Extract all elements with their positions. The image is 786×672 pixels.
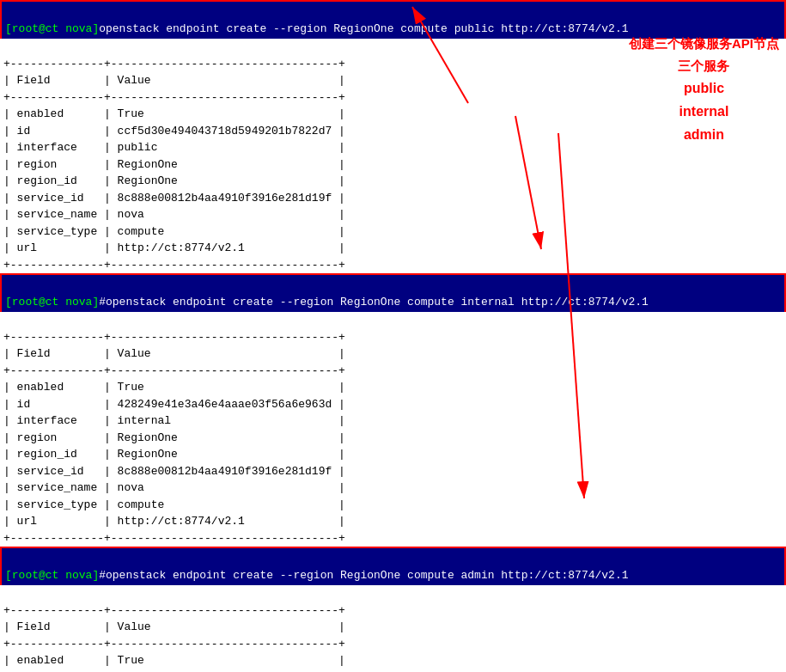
table-1-sep-top: +--------------+------------------------… [3,58,345,70]
cmd-3: #openstack endpoint create --region Regi… [99,569,628,582]
table-1-sep-bot: +--------------+------------------------… [3,259,345,272]
table-2-row-6: | service_id | 8c888e00812b4aa4910f3916e… [3,465,345,478]
table-1-row-3: | interface | public | [3,141,345,154]
table-1-row-7: | service_name | nova | [3,208,345,221]
table-2-row-2: | id | 428249e41e3a46e4aaae03f56a6e963d … [3,398,345,411]
annotation-box: 创建三个镜像服务API节点 三个服务 public internal admin [629,33,779,147]
annotation-title: 创建三个镜像服务API节点 [629,33,779,55]
command-line-3: [root@ct nova]#openstack endpoint create… [0,547,786,585]
annotation-public: public [629,76,779,100]
prompt-2: [root@ct nova] [5,296,99,309]
table-3-sep-mid: +--------------+------------------------… [3,638,345,651]
table-2-row-3: | interface | internal | [3,414,345,427]
terminal-window: [root@ct nova]openstack endpoint create … [0,0,786,672]
annotation-internal: internal [629,100,779,123]
table-1-row-5: | region_id | RegionOne | [3,174,345,187]
table-1-row-6: | service_id | 8c888e00812b4aa4910f3916e… [3,192,345,205]
table-2-row-9: | url | http://ct:8774/v2.1 | [3,515,345,528]
annotation-admin: admin [629,123,779,146]
prompt-1: [root@ct nova] [5,22,99,35]
table-2-row-5: | region_id | RegionOne | [3,448,345,461]
table-1-row-1: | enabled | True | [3,107,345,120]
cmd-2: #openstack endpoint create --region Regi… [99,296,649,309]
table-1-row-2: | id | ccf5d30e494043718d5949201b7822d7 … [3,125,345,137]
table-2-header: | Field | Value | [3,347,345,360]
table-1-row-9: | url | http://ct:8774/v2.1 | [3,241,345,254]
table-2-row-4: | region | RegionOne | [3,431,345,444]
table-1-row-8: | service_type | compute | [3,225,345,238]
table-3-row-1: | enabled | True | [3,654,345,667]
table-2-sep-mid: +--------------+------------------------… [3,364,345,377]
annotation-subtitle: 三个服务 [629,55,779,77]
table-1-sep-mid: +--------------+------------------------… [3,91,345,104]
cmd-1: openstack endpoint create --region Regio… [99,22,628,35]
prompt-3: [root@ct nova] [5,569,99,582]
table-3: +--------------+------------------------… [0,585,786,672]
command-line-2: [root@ct nova]#openstack endpoint create… [0,273,786,312]
table-2-row-1: | enabled | True | [3,381,345,394]
table-2-row-8: | service_type | compute | [3,498,345,511]
table-2-sep-top: +--------------+------------------------… [3,331,345,344]
table-2-sep-bot: +--------------+------------------------… [3,532,345,545]
table-2: +--------------+------------------------… [0,312,786,547]
table-3-sep-top: +--------------+------------------------… [3,604,345,617]
table-1-row-4: | region | RegionOne | [3,158,345,171]
table-2-row-7: | service_name | nova | [3,481,345,494]
table-3-header: | Field | Value | [3,620,345,633]
table-1-header: | Field | Value | [3,74,345,87]
